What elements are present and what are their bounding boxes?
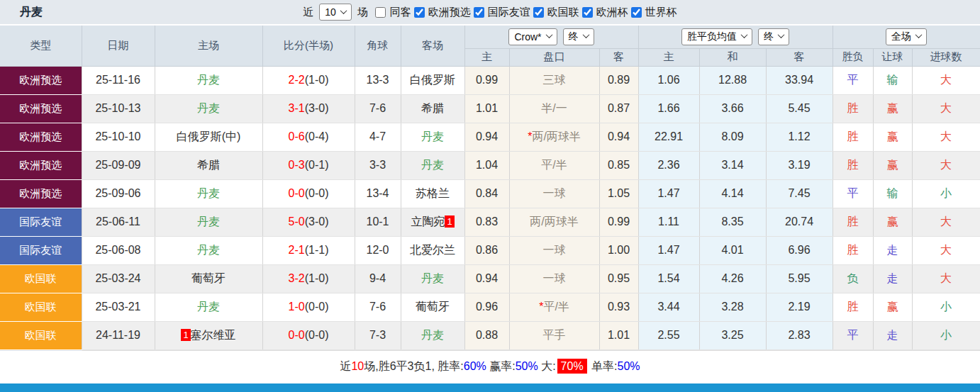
- result-goals-cell: 小: [912, 321, 980, 349]
- team-name: 北爱尔兰: [410, 244, 455, 256]
- result-wdl-cell: 平: [833, 321, 873, 349]
- avg-draw-cell: 8.09: [699, 123, 766, 151]
- col-header-date: 日期: [82, 26, 155, 66]
- summary-bar: 近10场,胜6平3负1, 胜率:60% 赢率:50% 大:70% 单率:50%: [0, 350, 980, 383]
- same-venue-checkbox[interactable]: [375, 7, 386, 18]
- team-name: 丹麦: [197, 301, 220, 313]
- odds-group-header: Crow* 终: [464, 26, 638, 48]
- avg-away-cell: 7.45: [766, 179, 833, 208]
- home-team-cell: 丹麦: [155, 179, 262, 208]
- odds-away-cell: 0.99: [599, 208, 638, 236]
- odds-away-cell: 0.89: [599, 66, 638, 94]
- odds-home-cell: 1.04: [464, 151, 509, 179]
- team-name: 丹麦: [197, 102, 220, 114]
- date-cell: 25-10-13: [82, 94, 155, 123]
- score-cell: 2-1(1-1): [262, 236, 355, 264]
- match-row: 国际友谊 25-06-11 丹麦 5-0(3-0) 10-1 立陶宛1 0.83…: [0, 208, 980, 236]
- subcol-avg-away: 客: [766, 48, 833, 66]
- avg-metric-select[interactable]: 胜平负均值: [681, 28, 752, 45]
- col-header-home: 主场: [155, 26, 262, 66]
- date-cell: 24-11-19: [82, 321, 155, 349]
- chevron-down-icon: [778, 31, 785, 38]
- away-team-cell: 丹麦: [401, 321, 464, 349]
- result-handicap-cell: 赢: [873, 151, 912, 179]
- subcol-avg-draw: 和: [699, 48, 766, 66]
- handicap-cell: 一球: [509, 236, 599, 264]
- avg-time-select[interactable]: 终: [758, 28, 789, 45]
- result-goals-cell: 大: [912, 236, 980, 264]
- corner-cell: 7-6: [355, 94, 401, 123]
- match-row: 国际友谊 25-06-08 丹麦 2-1(1-1) 12-0 北爱尔兰 0.86…: [0, 236, 980, 264]
- handicap-cell: 一球: [509, 264, 599, 293]
- date-cell: 25-09-09: [82, 151, 155, 179]
- avg-home-cell: 1.06: [638, 66, 699, 94]
- league-checkbox[interactable]: [533, 7, 544, 18]
- match-row: 欧洲预选 25-11-16 丹麦 2-2(1-0) 13-3 白俄罗斯 0.99…: [0, 66, 980, 94]
- avg-away-cell: 5.95: [766, 264, 833, 293]
- date-cell: 25-06-08: [82, 236, 155, 264]
- score-cell: 0-0(0-0): [262, 179, 355, 208]
- summary-segment: 赢率:: [486, 360, 516, 372]
- league-checkbox[interactable]: [582, 7, 593, 18]
- type-badge: 欧国联: [0, 293, 82, 321]
- type-badge: 欧洲预选: [0, 123, 82, 151]
- score-cell: 2-2(1-0): [262, 66, 355, 94]
- odds-home-cell: 0.86: [464, 236, 509, 264]
- same-venue-filter[interactable]: 同客: [371, 6, 414, 19]
- match-history-panel: 丹麦 近 10 场 同客 欧洲预选 国际友谊 欧国联 欧洲杯 世界杯: [0, 0, 980, 392]
- avg-group-header: 胜平负均值 终: [638, 26, 833, 48]
- result-goals-cell: 小: [912, 179, 980, 208]
- type-badge: 欧洲预选: [0, 179, 82, 208]
- corner-cell: 7-6: [355, 293, 401, 321]
- away-team-cell: 北爱尔兰: [401, 236, 464, 264]
- league-checkbox[interactable]: [631, 7, 642, 18]
- chevron-down-icon: [741, 31, 748, 38]
- bottom-accent-bar: [0, 383, 980, 392]
- col-header-corner: 角球: [355, 26, 401, 66]
- result-wdl-cell: 平: [833, 66, 873, 94]
- type-badge: 欧国联: [0, 321, 82, 349]
- away-team-cell: 希腊: [401, 94, 464, 123]
- corner-cell: 13-3: [355, 66, 401, 94]
- subcol-handicap: 盘口: [509, 48, 599, 66]
- avg-home-cell: 22.91: [638, 123, 699, 151]
- league-filter[interactable]: 国际友谊: [474, 6, 533, 19]
- handicap-cell: 两/两球半: [509, 208, 599, 236]
- home-team-cell: 丹麦: [155, 236, 262, 264]
- league-label: 欧国联: [547, 6, 579, 19]
- odds-home-cell: 0.88: [464, 321, 509, 349]
- team-name: 塞尔维亚: [191, 329, 236, 341]
- type-badge: 国际友谊: [0, 208, 82, 236]
- league-filter[interactable]: 欧国联: [533, 6, 582, 19]
- team-name: 希腊: [197, 159, 220, 171]
- league-filter[interactable]: 欧洲杯: [582, 6, 631, 19]
- result-wdl-cell: 胜: [833, 151, 873, 179]
- team-name: 苏格兰: [416, 187, 450, 199]
- home-team-cell: 葡萄牙: [155, 264, 262, 293]
- league-checkbox[interactable]: [474, 7, 484, 18]
- result-wdl-cell: 胜: [833, 123, 873, 151]
- avg-draw-cell: 12.88: [699, 66, 766, 94]
- avg-home-cell: 2.55: [638, 321, 699, 349]
- subcol-result-goals: 进球数: [912, 48, 980, 66]
- league-checkbox[interactable]: [414, 7, 425, 18]
- league-label: 国际友谊: [488, 6, 530, 19]
- league-filter[interactable]: 世界杯: [631, 6, 680, 19]
- team-name: 丹麦: [421, 159, 444, 171]
- team-name: 希腊: [421, 102, 444, 114]
- odds-company-select[interactable]: Crow*: [508, 28, 557, 45]
- red-number-badge: 1: [445, 215, 454, 228]
- result-scope-select[interactable]: 全场: [886, 28, 927, 45]
- summary-segment: 近: [340, 360, 351, 372]
- recent-count-select[interactable]: 10: [319, 4, 352, 21]
- odds-time-select[interactable]: 终: [563, 28, 594, 45]
- team-name: 丹麦: [421, 329, 444, 341]
- summary-segment: 70%: [557, 359, 587, 374]
- result-goals-cell: 大: [912, 94, 980, 123]
- date-cell: 25-03-21: [82, 293, 155, 321]
- odds-away-cell: 1.05: [599, 179, 638, 208]
- league-filter[interactable]: 欧洲预选: [414, 6, 474, 19]
- odds-away-cell: 0.95: [599, 264, 638, 293]
- match-table: 类型 日期 主场 比分(半场) 角球 客场 Crow* 终 胜平负均值 终: [0, 26, 980, 350]
- match-row: 欧国联 25-03-21 丹麦 1-0(0-0) 7-6 葡萄牙 0.96 *平…: [0, 293, 980, 321]
